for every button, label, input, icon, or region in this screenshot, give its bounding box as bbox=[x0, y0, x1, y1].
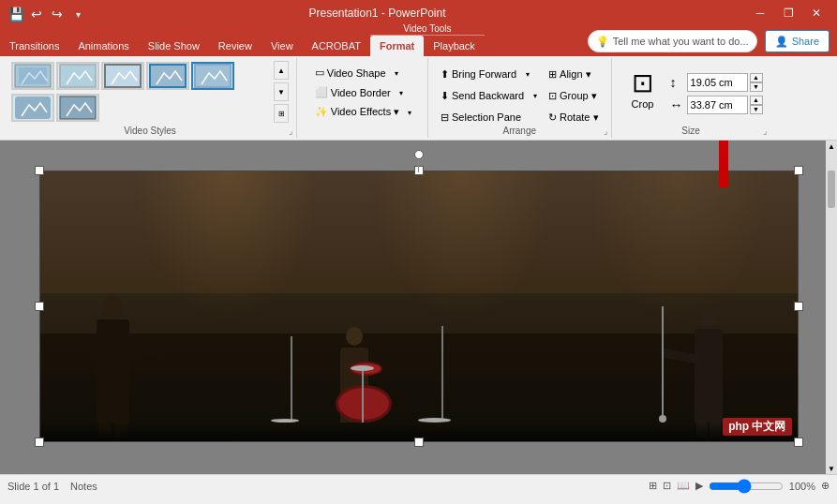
selection-pane-row: ⊟ Selection Pane bbox=[436, 107, 540, 127]
view-slide-sorter-btn[interactable]: ⊡ bbox=[663, 480, 671, 492]
handle-tr[interactable] bbox=[794, 166, 803, 175]
size-group-label: Size bbox=[612, 126, 770, 136]
styles-more-btn[interactable]: ⊞ bbox=[274, 104, 289, 123]
view-reading-btn[interactable]: 📖 bbox=[677, 480, 690, 492]
tab-animations[interactable]: Animations bbox=[68, 36, 138, 56]
scroll-down-btn[interactable]: ▼ bbox=[826, 463, 837, 474]
save-quick-btn[interactable]: 💾 bbox=[7, 6, 24, 22]
width-decrement-btn[interactable]: ▼ bbox=[750, 105, 763, 114]
rotate-btn[interactable]: ↻ Rotate ▾ bbox=[544, 107, 603, 127]
stage-bg: php 中文网 bbox=[40, 171, 798, 441]
align-btn[interactable]: ⊞ Align ▾ bbox=[544, 64, 603, 84]
style-thumb-4[interactable] bbox=[146, 62, 189, 90]
width-increment-btn[interactable]: ▲ bbox=[750, 96, 763, 105]
tab-slideshow[interactable]: Slide Show bbox=[139, 36, 209, 56]
stage-light-1 bbox=[134, 171, 321, 321]
tab-transitions[interactable]: Transitions bbox=[0, 36, 68, 56]
svg-rect-10 bbox=[719, 141, 728, 187]
handle-bc[interactable] bbox=[414, 437, 424, 447]
view-slideshow-btn[interactable]: ▶ bbox=[695, 480, 703, 492]
tab-playback[interactable]: Playback bbox=[424, 36, 485, 56]
redo-btn[interactable]: ↪ bbox=[49, 6, 66, 22]
crop-label: Crop bbox=[632, 98, 654, 110]
quick-access-more-btn[interactable]: ▾ bbox=[69, 6, 86, 22]
style-thumb-7[interactable] bbox=[56, 94, 99, 122]
view-normal-btn[interactable]: ⊞ bbox=[649, 480, 657, 492]
slide-panel[interactable]: php 中文网 bbox=[0, 141, 837, 474]
video-effects-btn-group: ✨ Video Effects ▾ bbox=[310, 103, 414, 121]
undo-btn[interactable]: ↩ bbox=[28, 6, 45, 22]
send-backward-dropdown[interactable] bbox=[529, 85, 540, 106]
video-format-buttons: ▭ Video Shape ⬜ Video Border ✨ Video Eff… bbox=[310, 60, 414, 138]
style-thumb-5[interactable] bbox=[191, 62, 234, 90]
style-thumb-2[interactable] bbox=[56, 62, 99, 90]
video-styles-group: ▲ ▼ ⊞ Video Styles ⌟ bbox=[4, 58, 297, 138]
tell-me-text: Tell me what you want to do... bbox=[613, 36, 749, 47]
mic-stand bbox=[659, 306, 666, 422]
tell-me-input[interactable]: 💡 Tell me what you want to do... bbox=[588, 30, 757, 52]
scroll-thumb[interactable] bbox=[828, 170, 835, 208]
styles-scroll-down[interactable]: ▼ bbox=[274, 82, 289, 101]
video-effects-dropdown[interactable] bbox=[404, 105, 414, 120]
tab-acrobat[interactable]: ACROBAT bbox=[303, 36, 370, 56]
handle-mr[interactable] bbox=[794, 302, 803, 311]
ribbon-tabs-row: Transitions Animations Slide Show Review… bbox=[0, 26, 837, 56]
zoom-slider[interactable] bbox=[709, 481, 784, 492]
video-styles-expander[interactable]: ⌟ bbox=[289, 126, 292, 136]
handle-bl[interactable] bbox=[35, 437, 44, 447]
height-input[interactable] bbox=[687, 73, 748, 92]
close-btn[interactable]: ✕ bbox=[803, 0, 830, 26]
group-btn[interactable]: ⊡ Group ▾ bbox=[544, 85, 603, 106]
vertical-scrollbar[interactable]: ▲ ▼ bbox=[826, 141, 837, 474]
video-border-label: Video Border bbox=[331, 87, 391, 98]
tab-review[interactable]: Review bbox=[209, 36, 262, 56]
restore-btn[interactable]: ❐ bbox=[775, 0, 801, 26]
styles-scroll-up[interactable]: ▲ bbox=[274, 61, 289, 80]
handle-tl[interactable] bbox=[35, 166, 44, 175]
height-decrement-btn[interactable]: ▼ bbox=[750, 82, 763, 92]
size-expander[interactable]: ⌟ bbox=[763, 126, 767, 136]
bring-forward-dropdown[interactable] bbox=[521, 64, 532, 84]
video-format-group: ▭ Video Shape ⬜ Video Border ✨ Video Eff… bbox=[297, 58, 428, 138]
scroll-up-btn[interactable]: ▲ bbox=[826, 141, 837, 152]
fit-slide-btn[interactable]: ⊕ bbox=[821, 480, 830, 492]
minimize-btn[interactable]: ─ bbox=[747, 0, 773, 26]
selection-pane-icon: ⊟ bbox=[441, 111, 449, 124]
video-border-btn[interactable]: ⬜ Video Border bbox=[310, 83, 396, 101]
send-backward-icon: ⬇ bbox=[441, 90, 449, 102]
style-thumb-1[interactable] bbox=[11, 62, 54, 90]
video-container[interactable]: php 中文网 bbox=[39, 170, 799, 442]
cymbal-stand-1 bbox=[284, 336, 299, 422]
share-button[interactable]: 👤 Share bbox=[765, 30, 830, 52]
selection-pane-btn[interactable]: ⊟ Selection Pane bbox=[436, 107, 526, 127]
video-tool-tabs: Format Playback bbox=[370, 36, 485, 56]
svg-rect-1 bbox=[19, 67, 47, 84]
rotation-handle[interactable] bbox=[414, 150, 424, 159]
tab-view[interactable]: View bbox=[262, 36, 303, 56]
slide-count: Slide 1 of 1 bbox=[7, 481, 59, 492]
video-shape-btn-group: ▭ Video Shape bbox=[310, 64, 414, 82]
video-shape-btn[interactable]: ▭ Video Shape bbox=[310, 64, 391, 82]
video-effects-btn[interactable]: ✨ Video Effects ▾ bbox=[310, 103, 404, 121]
handle-br[interactable] bbox=[794, 437, 803, 447]
video-shape-icon: ▭ bbox=[315, 67, 324, 79]
send-backward-btn[interactable]: ⬇ Send Backward bbox=[436, 85, 529, 106]
tab-format[interactable]: Format bbox=[370, 36, 424, 56]
video-shape-dropdown[interactable] bbox=[391, 66, 401, 81]
style-thumb-3[interactable] bbox=[101, 62, 144, 90]
handle-ml[interactable] bbox=[35, 302, 44, 311]
guitarist-left-body bbox=[97, 319, 129, 422]
height-spinners: ▲ ▼ bbox=[750, 73, 763, 92]
bring-forward-btn[interactable]: ⬆ Bring Forward bbox=[436, 64, 521, 84]
crop-icon: ⊡ bbox=[632, 70, 653, 96]
style-thumb-6[interactable] bbox=[11, 94, 54, 122]
width-input[interactable] bbox=[687, 96, 748, 114]
arrange-expander[interactable]: ⌟ bbox=[604, 126, 607, 136]
video-effects-icon: ✨ bbox=[315, 106, 328, 118]
stage-light-2 bbox=[368, 171, 556, 321]
crop-btn[interactable]: ⊡ Crop bbox=[620, 62, 666, 118]
video-border-dropdown[interactable] bbox=[396, 85, 406, 100]
height-increment-btn[interactable]: ▲ bbox=[750, 73, 763, 82]
size-inputs-section: ↕ ▲ ▼ ↔ ▲ ▼ bbox=[666, 66, 763, 131]
video-effects-label: Video Effects ▾ bbox=[331, 106, 399, 118]
